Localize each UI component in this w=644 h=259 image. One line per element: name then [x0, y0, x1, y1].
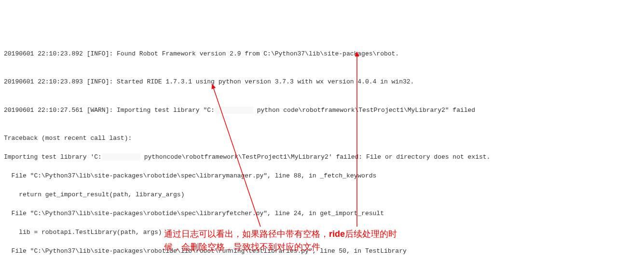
log-line: 20190601 22:10:23.893 [INFO]: Started RI…: [4, 77, 640, 87]
log-line: Traceback (most recent call last):: [4, 134, 640, 143]
log-text: python code\robotframework\TestProject1\…: [253, 107, 475, 114]
annotation-part: 后续处理的时: [345, 229, 397, 239]
log-text: pythoncode\robotframework\TestProject1\M…: [140, 153, 491, 161]
log-line: File "C:\Python37\lib\site-packages\robo…: [4, 209, 640, 218]
log-line: 20190601 22:10:23.892 [INFO]: Found Robo…: [4, 49, 640, 59]
annotation-part: 候，会删除空格，导致找不到对应的文件: [164, 242, 320, 252]
log-output: 20190601 22:10:23.892 [INFO]: Found Robo…: [0, 38, 644, 259]
log-line: File "C:\Python37\lib\site-packages\robo…: [4, 171, 640, 181]
log-line: return get_import_result(path, library_a…: [4, 190, 640, 200]
redacted-path: [102, 153, 140, 161]
annotation-bold: ride: [329, 229, 345, 239]
log-text: Importing test library 'C:: [4, 153, 102, 161]
redacted-path: [215, 107, 253, 114]
log-line: Importing test library 'C: pythoncode\ro…: [4, 152, 640, 162]
log-text: 20190601 22:10:27.561 [WARN]: Importing …: [4, 107, 215, 114]
log-line: 20190601 22:10:27.561 [WARN]: Importing …: [4, 106, 640, 115]
annotation-part: 通过日志可以看出，如果路径中带有空格，: [164, 229, 329, 239]
annotation-text: 通过日志可以看出，如果路径中带有空格，ride后续处理的时 候，会删除空格，导致…: [164, 228, 463, 254]
